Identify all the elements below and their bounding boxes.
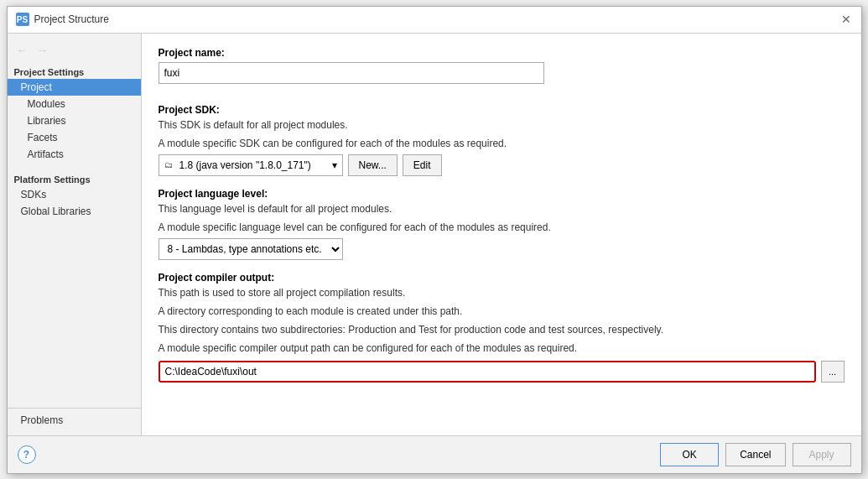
sidebar-item-libraries[interactable]: Libraries (8, 112, 141, 129)
project-settings-label: Project Settings (8, 64, 141, 79)
title-bar-left: PS Project Structure (16, 13, 109, 26)
problems-section: Problems (8, 408, 141, 429)
sdk-new-button[interactable]: New... (348, 154, 398, 176)
sidebar-item-project[interactable]: Project (8, 79, 141, 96)
compiler-desc4: A module specific compiler output path c… (159, 341, 845, 356)
app-icon: PS (16, 13, 29, 26)
sdk-section-title: Project SDK: (159, 104, 845, 116)
sdk-desc2: A module specific SDK can be configured … (159, 136, 845, 151)
sidebar-item-artifacts[interactable]: Artifacts (8, 146, 141, 163)
sdk-select[interactable]: 🗂 1.8 (java version "1.8.0_171") ▾ (159, 154, 343, 176)
browse-button[interactable]: ... (821, 361, 845, 383)
bottom-buttons: OK Cancel Apply (660, 443, 850, 466)
project-name-label: Project name: (159, 47, 845, 59)
platform-settings-label: Platform Settings (8, 171, 141, 186)
sidebar-item-global-libraries[interactable]: Global Libraries (8, 203, 141, 220)
apply-button[interactable]: Apply (793, 443, 851, 466)
nav-toolbar: ← → (8, 40, 141, 64)
sdk-icon: 🗂 (164, 160, 173, 169)
sidebar-item-modules[interactable]: Modules (8, 96, 141, 112)
project-name-input[interactable] (159, 62, 544, 84)
main-panel: Project name: Project SDK: This SDK is d… (142, 34, 861, 396)
compiler-desc1: This path is used to store all project c… (159, 285, 845, 300)
cancel-button[interactable]: Cancel (725, 443, 785, 466)
lang-select[interactable]: 8 - Lambdas, type annotations etc. (159, 238, 343, 260)
lang-desc1: This language level is default for all p… (159, 201, 845, 216)
sidebar-item-problems[interactable]: Problems (8, 412, 141, 429)
close-button[interactable]: ✕ (839, 13, 853, 26)
sidebar: ← → Project Settings Project Modules Lib… (8, 34, 142, 435)
title-bar: PS Project Structure ✕ (8, 7, 861, 34)
compiler-path-input[interactable] (159, 361, 816, 383)
lang-row: 8 - Lambdas, type annotations etc. (159, 238, 845, 260)
compiler-desc2: A directory corresponding to each module… (159, 304, 845, 319)
sdk-dropdown-arrow: ▾ (332, 159, 337, 171)
help-button[interactable]: ? (18, 445, 36, 464)
sdk-desc1: This SDK is default for all project modu… (159, 117, 845, 133)
content-area: ← → Project Settings Project Modules Lib… (8, 34, 861, 435)
sidebar-item-sdks[interactable]: SDKs (8, 186, 141, 203)
compiler-desc3: This directory contains two subdirectori… (159, 322, 845, 337)
main-panel-wrapper: Project name: Project SDK: This SDK is d… (142, 34, 861, 435)
sidebar-item-facets[interactable]: Facets (8, 129, 141, 146)
nav-forward-button[interactable]: → (34, 42, 51, 59)
compiler-output-row: ... (159, 361, 845, 383)
dialog-title: Project Structure (34, 13, 109, 25)
nav-back-button[interactable]: ← (14, 42, 31, 59)
ok-button[interactable]: OK (660, 443, 719, 466)
lang-section-title: Project language level: (159, 188, 845, 200)
project-structure-dialog: PS Project Structure ✕ ← → Project Setti… (7, 6, 862, 474)
bottom-bar: ? OK Cancel Apply (8, 435, 861, 473)
compiler-section-title: Project compiler output: (159, 272, 845, 284)
sdk-row: 🗂 1.8 (java version "1.8.0_171") ▾ New..… (159, 154, 845, 176)
lang-desc2: A module specific language level can be … (159, 220, 845, 235)
sdk-edit-button[interactable]: Edit (403, 154, 442, 176)
sdk-value: 1.8 (java version "1.8.0_171") (179, 159, 329, 171)
